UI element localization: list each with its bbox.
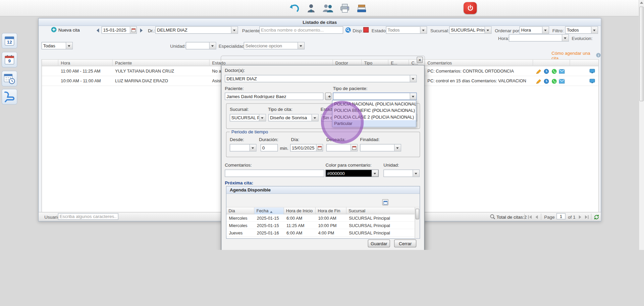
chevron-down-icon[interactable]: [209, 42, 216, 49]
history-clock-icon[interactable]: [543, 68, 550, 75]
page-first-button[interactable]: [527, 214, 533, 220]
grid-header-comentarios[interactable]: Comentarios: [425, 60, 533, 67]
unidad-combo[interactable]: [383, 170, 420, 177]
history-clock-icon[interactable]: [543, 78, 550, 85]
email-icon[interactable]: [558, 68, 565, 75]
tipo-cita-combo[interactable]: Diseño de Sonrisa: [268, 114, 318, 121]
chevron-down-icon[interactable]: [410, 93, 417, 100]
doctor-combo[interactable]: DELMER DIAZ: [225, 75, 417, 82]
agenda-header-dia[interactable]: Dia: [226, 208, 254, 215]
dropdown-option-highlighted[interactable]: Particular: [332, 120, 416, 127]
doctor-filter-combo[interactable]: DELMER DIAZ: [155, 26, 238, 34]
filtro-combo[interactable]: Todos: [565, 26, 598, 34]
chevron-down-icon[interactable]: [562, 35, 569, 41]
chevron-down-icon[interactable]: [250, 144, 256, 151]
patient-search-icon[interactable]: [345, 27, 351, 34]
patients-group-icon[interactable]: [321, 2, 334, 14]
estado-filter-combo[interactable]: Todos: [386, 26, 427, 34]
patient-search-input[interactable]: [259, 26, 343, 34]
chevron-down-icon[interactable]: [410, 75, 417, 82]
add-patient-button[interactable]: +: [325, 93, 331, 100]
chevron-down-icon[interactable]: [485, 27, 491, 34]
info-icon[interactable]: i: [596, 53, 601, 58]
usuario-search-input[interactable]: [58, 213, 118, 220]
sidebar-dental-chair-icon[interactable]: [2, 89, 17, 105]
chevron-down-icon[interactable]: [66, 42, 72, 49]
agenda-slot-row[interactable]: Miercoles 2025-01-15 6:00 AM 10:00 AM SU…: [226, 214, 420, 222]
chevron-down-icon[interactable]: [231, 27, 238, 34]
chevron-down-icon[interactable]: [591, 27, 598, 34]
new-appointment-button[interactable]: Nueva cita: [51, 26, 80, 34]
duracion-input[interactable]: [261, 144, 278, 151]
dia-date-field[interactable]: 15/01/2025: [290, 144, 323, 151]
page-next-button[interactable]: [577, 214, 583, 220]
agenda-header-fecha[interactable]: Fecha: [254, 208, 284, 215]
edit-icon[interactable]: [535, 68, 542, 75]
prev-day-arrow[interactable]: [97, 29, 99, 33]
deseada-date-field[interactable]: [326, 144, 358, 151]
agenda-slot-row[interactable]: Miercoles 2025-01-15 11:25 AM 10:00 PM S…: [226, 222, 420, 229]
todas-combo[interactable]: Todas: [42, 42, 73, 49]
hora-filter-combo[interactable]: [509, 34, 569, 42]
dropdown-option[interactable]: POLICIA BENEFIC (POLICIA NACIONAL): [332, 107, 416, 114]
cerrar-button[interactable]: Cerrar: [394, 239, 416, 247]
grid-header-paciente[interactable]: Paciente: [113, 60, 210, 67]
sidebar-calendar-day-icon[interactable]: 12: [2, 33, 17, 49]
printer-icon[interactable]: [338, 2, 351, 14]
finalidad-combo[interactable]: [360, 144, 401, 151]
webcam-icon[interactable]: [589, 68, 596, 75]
page-prev-button[interactable]: [533, 214, 539, 220]
chevron-down-icon[interactable]: [372, 170, 378, 177]
webcam-icon[interactable]: [589, 78, 596, 85]
scrollbar-thumb[interactable]: [640, 7, 644, 101]
calendar-trigger-icon[interactable]: [316, 144, 323, 151]
sidebar-calendar-schedule-icon[interactable]: [2, 71, 17, 87]
tipo-paciente-combo[interactable]: [333, 93, 417, 100]
agenda-header-fin[interactable]: Hora de Fin: [316, 208, 346, 215]
page-number-input[interactable]: [556, 213, 566, 219]
calendar-trigger-icon[interactable]: [351, 144, 357, 151]
chevron-down-icon[interactable]: [298, 42, 304, 49]
close-icon[interactable]: ✕: [417, 57, 423, 63]
chevron-down-icon[interactable]: [312, 115, 318, 121]
paciente-input[interactable]: [225, 93, 323, 100]
agenda-slot-row[interactable]: Jueves 2025-01-16 6:00 AM 4:00 PM SUCURS…: [226, 229, 420, 236]
comentarios-input[interactable]: [225, 170, 324, 177]
desde-combo[interactable]: [230, 144, 257, 151]
ordenar-combo[interactable]: Hora: [520, 26, 549, 34]
especialidad-combo[interactable]: Seleccione opcion: [244, 42, 305, 49]
agenda-header-sucursal[interactable]: Sucursal: [346, 208, 415, 215]
date-field[interactable]: 15-01-2025: [102, 26, 137, 34]
chevron-down-icon[interactable]: [542, 27, 549, 34]
patient-icon[interactable]: [305, 2, 318, 14]
calendar-trigger-icon[interactable]: [130, 27, 137, 34]
edit-icon[interactable]: [535, 78, 542, 85]
scrollbar-thumb[interactable]: [416, 209, 419, 219]
guardar-button[interactable]: Guardar: [368, 239, 390, 247]
whatsapp-icon[interactable]: [551, 78, 557, 85]
agenda-scrollbar[interactable]: [415, 208, 420, 238]
sidebar-calendar-month-icon[interactable]: 9: [2, 52, 17, 68]
sucursal-filter-combo[interactable]: SUCURSAL Principal: [449, 26, 491, 34]
chevron-down-icon[interactable]: [413, 170, 419, 177]
next-day-arrow[interactable]: [140, 29, 143, 33]
scroll-up-arrow[interactable]: [640, 2, 643, 4]
page-last-button[interactable]: [584, 214, 589, 220]
vertical-scrollbar[interactable]: [639, 0, 644, 250]
dropdown-option[interactable]: POLICIA NACIONAL (POLICIA NACIONAL): [332, 100, 416, 107]
chevron-down-icon[interactable]: [420, 27, 427, 34]
unidad-filter-combo[interactable]: [186, 42, 216, 49]
sucursal-combo[interactable]: SUCURSAL Principal: [230, 114, 266, 121]
whatsapp-icon[interactable]: [551, 68, 557, 75]
refresh-icon[interactable]: [593, 214, 599, 220]
archive-icon[interactable]: [355, 2, 368, 14]
agenda-header-inicio[interactable]: Hora de Inicio: [284, 208, 316, 215]
chevron-down-icon[interactable]: [394, 144, 401, 151]
email-icon[interactable]: [558, 78, 565, 85]
power-button[interactable]: [464, 2, 477, 14]
undo-icon[interactable]: [288, 2, 301, 14]
color-comentario-combo[interactable]: #000000: [325, 170, 378, 177]
chevron-down-icon[interactable]: [259, 115, 266, 121]
agenda-calendar-button[interactable]: [382, 199, 388, 205]
grid-header-hora[interactable]: Hora: [58, 60, 113, 67]
